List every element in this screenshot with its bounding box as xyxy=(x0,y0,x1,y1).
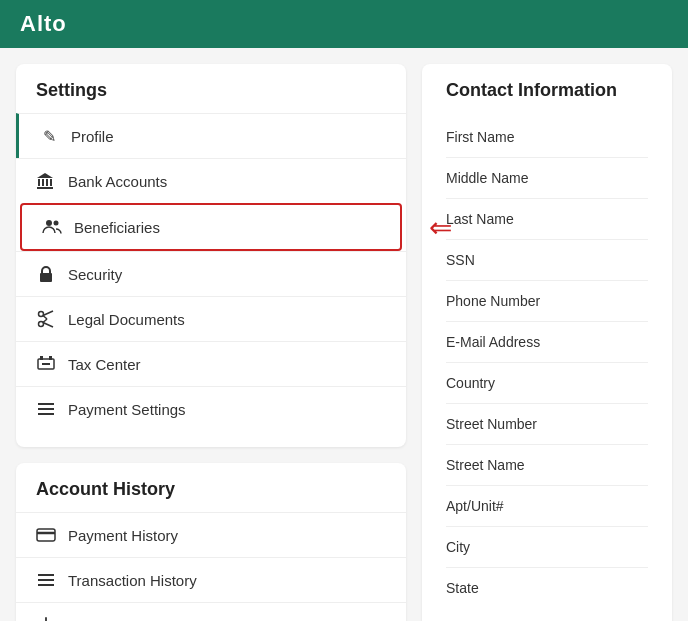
payment-icon xyxy=(36,399,56,419)
sidebar-item-payment-history[interactable]: Payment History xyxy=(16,512,406,557)
sidebar-item-tax-center[interactable]: Tax Center xyxy=(16,341,406,386)
svg-rect-3 xyxy=(50,179,52,186)
svg-point-10 xyxy=(39,322,44,327)
content-panel: Contact Information First NameMiddle Nam… xyxy=(422,64,672,621)
content-title: Contact Information xyxy=(446,80,648,101)
lock-icon xyxy=(36,264,56,284)
credit-card-icon xyxy=(36,525,56,545)
fields-list: First NameMiddle NameLast NameSSNPhone N… xyxy=(446,117,648,608)
tax-icon xyxy=(36,354,56,374)
bank-icon xyxy=(36,171,56,191)
history-section: Account History Payment History xyxy=(16,463,406,621)
svg-rect-1 xyxy=(42,179,44,186)
sidebar-item-label: Security xyxy=(68,266,122,283)
field-item: SSN xyxy=(446,240,648,281)
arrow-indicator: ⇐ xyxy=(429,211,452,244)
field-item: E-Mail Address xyxy=(446,322,648,363)
sidebar-item-label: Transaction History xyxy=(68,572,197,589)
sidebar-item-label: Tax Center xyxy=(68,356,141,373)
field-item: Country xyxy=(446,363,648,404)
svg-rect-17 xyxy=(49,356,52,360)
field-item: Phone Number xyxy=(446,281,648,322)
scissors-icon xyxy=(36,309,56,329)
svg-point-6 xyxy=(46,220,52,226)
sidebar-item-label: Beneficiaries xyxy=(74,219,160,236)
sidebar-item-legal-documents[interactable]: Legal Documents xyxy=(16,296,406,341)
field-item: City xyxy=(446,527,648,568)
sidebar-item-label: Bank Accounts xyxy=(68,173,167,190)
field-item: Street Number xyxy=(446,404,648,445)
download-icon xyxy=(36,615,56,621)
field-item: Apt/Unit# xyxy=(446,486,648,527)
settings-section: Settings Profile xyxy=(16,64,406,447)
users-icon xyxy=(42,217,62,237)
field-item: Street Name xyxy=(446,445,648,486)
sidebar-item-label: Profile xyxy=(71,128,114,145)
sidebar-item-bank-accounts[interactable]: Bank Accounts xyxy=(16,158,406,203)
svg-line-14 xyxy=(43,319,47,323)
history-title: Account History xyxy=(16,479,406,512)
sidebar-item-label: Legal Documents xyxy=(68,311,185,328)
svg-point-7 xyxy=(54,221,59,226)
field-item: Last Name xyxy=(446,199,648,240)
field-item: First Name xyxy=(446,117,648,158)
field-item: Middle Name xyxy=(446,158,648,199)
svg-line-12 xyxy=(43,323,53,328)
sidebar-item-transaction-history[interactable]: Transaction History xyxy=(16,557,406,602)
svg-line-11 xyxy=(43,311,53,316)
svg-rect-16 xyxy=(40,356,43,360)
svg-line-13 xyxy=(43,316,47,320)
settings-title: Settings xyxy=(16,80,406,113)
sidebar-item-security[interactable]: Security xyxy=(16,251,406,296)
edit-icon xyxy=(39,126,59,146)
transaction-icon xyxy=(36,570,56,590)
sidebar-item-beneficiaries[interactable]: Beneficiaries ⇐ xyxy=(20,203,402,251)
sidebar-item-label: Account Statements xyxy=(68,617,202,622)
sidebar-item-label: Payment Settings xyxy=(68,401,186,418)
field-item: State xyxy=(446,568,648,608)
app-header: Alto xyxy=(0,0,688,48)
svg-rect-2 xyxy=(46,179,48,186)
svg-point-9 xyxy=(39,312,44,317)
svg-rect-18 xyxy=(42,363,50,365)
sidebar: Settings Profile xyxy=(16,64,406,621)
sidebar-item-profile[interactable]: Profile xyxy=(16,113,406,158)
svg-rect-0 xyxy=(38,179,40,186)
sidebar-item-account-statements[interactable]: Account Statements xyxy=(16,602,406,621)
main-layout: Settings Profile xyxy=(0,48,688,621)
app-logo: Alto xyxy=(20,11,67,37)
sidebar-item-payment-settings[interactable]: Payment Settings xyxy=(16,386,406,431)
svg-rect-4 xyxy=(37,187,53,189)
sidebar-item-label: Payment History xyxy=(68,527,178,544)
app-container: Alto Settings Profile xyxy=(0,0,688,621)
svg-rect-22 xyxy=(37,529,55,541)
svg-rect-8 xyxy=(40,273,52,282)
svg-marker-5 xyxy=(37,173,53,178)
